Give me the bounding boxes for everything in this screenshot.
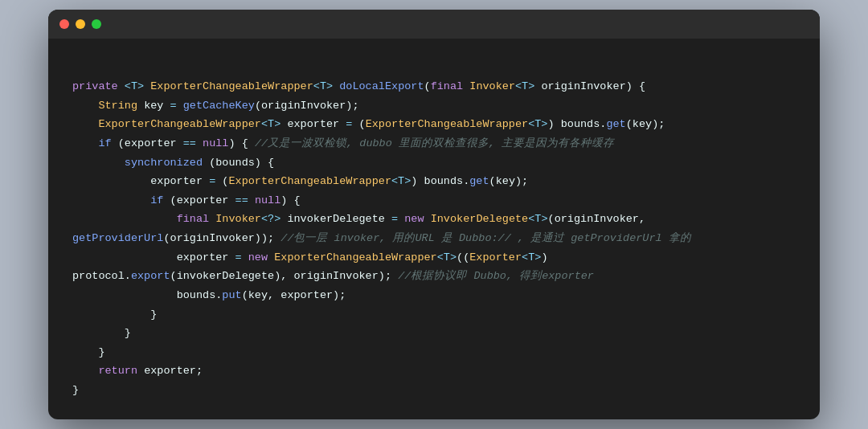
minimize-button[interactable] (76, 19, 85, 29)
titlebar (48, 10, 820, 39)
maximize-button[interactable] (92, 19, 101, 29)
close-button[interactable] (59, 19, 69, 29)
code-editor: private <T> ExporterChangeableWrapper<T>… (48, 39, 820, 419)
code-window: private <T> ExporterChangeableWrapper<T>… (48, 10, 820, 419)
